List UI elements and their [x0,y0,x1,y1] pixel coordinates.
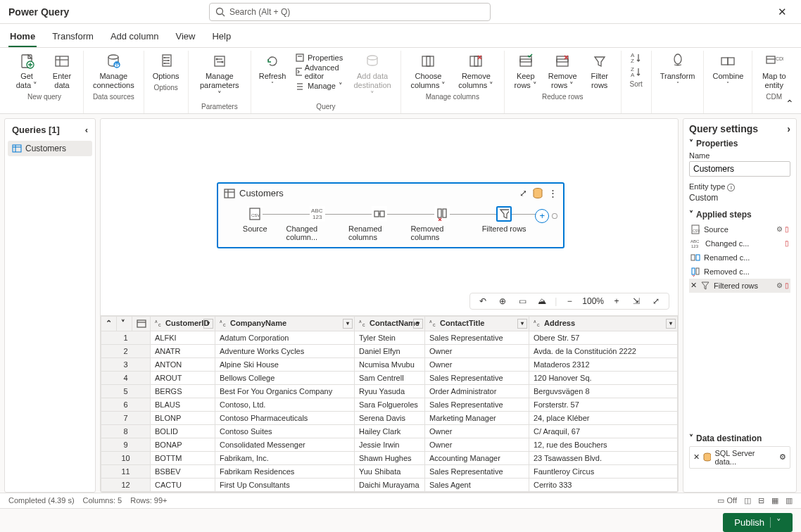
col-contacttitle[interactable]: ACContactTitle▾ [425,316,529,331]
query-name-input[interactable] [689,161,790,177]
undo-icon[interactable]: ↶ [476,296,490,306]
remove-destination-icon[interactable]: ✕ [693,452,700,462]
table-row[interactable]: 6BLAUSContoso, Ltd.Sara FolguerolesSales… [101,398,678,411]
table-row[interactable]: 1ALFKIAdatum CorporationTyler SteinSales… [101,331,678,344]
zoom-out-button[interactable]: − [562,296,576,306]
applied-step[interactable]: Removed c... [689,265,790,279]
table-row[interactable]: 8BOLIDContoso SuitesHailey ClarkOwnerC/ … [101,424,678,438]
sort-asc-button[interactable]: AZ [627,51,645,65]
map-icon[interactable]: ⛰ [535,296,549,306]
col-filter-icon[interactable]: ▾ [203,319,213,329]
toggle-off[interactable]: ▭ Off [717,496,737,505]
col-filter-icon[interactable]: ▾ [413,319,423,329]
expand-down-icon[interactable]: ˅ [117,316,132,331]
table-row[interactable]: 2ANATRAdventure Works CyclesDaniel Elfyn… [101,344,678,357]
filter-rows-button[interactable]: Filter rows [584,51,615,91]
manage-button[interactable]: Manage ˅ [292,79,346,93]
query-item-customers[interactable]: Customers [8,141,92,156]
applied-step[interactable]: Renamed c... [689,251,790,265]
table-row[interactable]: 10BOTTMFabrikam, Inc.Shawn HughesAccount… [101,451,678,464]
step-renamed-columns[interactable]: Renamed columns [348,206,410,241]
publish-button[interactable]: Publish ˅ [723,513,793,532]
ribbon-label-options: Options [153,84,177,91]
info-icon[interactable]: i [727,184,735,191]
diagram-card[interactable]: Customers ⤢ ⋮ CSV Source ABC123 [217,182,565,248]
manage-parameters-button[interactable]: Manage parameters ˅ [194,51,245,101]
gear-icon[interactable]: ⚙ [776,225,783,233]
col-filter-icon[interactable]: ▾ [517,319,527,329]
add-step-button[interactable]: + [535,209,549,223]
col-address[interactable]: ACAddress▾ [529,316,678,331]
tab-add-column[interactable]: Add column [109,28,160,47]
data-destination-row[interactable]: ✕ SQL Server data... ⚙ [689,446,790,469]
collapse-icon[interactable]: ⤢ [519,188,527,198]
ribbon-collapse-icon[interactable]: ⌃ [786,98,794,109]
data-destination-section[interactable]: ˅Data destination [689,433,790,443]
delete-step-icon[interactable]: ✕ [690,281,697,290]
close-button[interactable]: ✕ [770,6,795,18]
applied-steps-section[interactable]: ˅Applied steps [689,210,790,220]
col-contactname[interactable]: ACContactName▾ [355,316,425,331]
fit-icon[interactable]: ▭ [515,296,529,306]
view-table-icon[interactable]: ▥ [786,496,793,505]
gear-icon[interactable]: ⚙ [776,281,783,289]
table-row[interactable]: 12CACTUFirst Up ConsultantsDaichi Muraya… [101,478,678,491]
col-companyname[interactable]: ACCompanyName▾ [215,316,355,331]
expand-up-icon[interactable]: ⌃ [101,316,117,331]
col-customerid[interactable]: ACCustomerID▾ [151,316,215,331]
remove-columns-button[interactable]: Remove columns ˅ [454,51,498,91]
applied-step[interactable]: ✕ Filtered rows⚙▯ [689,279,790,293]
table-row[interactable]: 7BLONPContoso PharmaceuticalsSerena Davi… [101,411,678,424]
sort-desc-button[interactable]: ZA [627,65,645,79]
col-filter-icon[interactable]: ▾ [666,319,676,329]
step-removed-columns[interactable]: Removed columns [410,206,472,241]
step-changed-column[interactable]: ABC123 Changed column... [286,206,348,241]
table-row[interactable]: 11BSBEVFabrikam ResidencesYuu ShibataSal… [101,464,678,478]
table-row[interactable]: 5BERGSBest For You Organics CompanyRyuu … [101,384,678,398]
tab-view[interactable]: View [175,28,197,47]
compress-icon[interactable]: ⇲ [629,296,643,306]
step-source[interactable]: CSV Source [224,206,286,233]
col-filter-icon[interactable]: ▾ [343,319,353,329]
view-grid-icon[interactable]: ▦ [771,496,778,505]
chevron-down-icon[interactable]: ˅ [770,517,781,528]
remove-rows-button[interactable]: Remove rows ˅ [545,51,580,91]
table-row[interactable]: 3ANTONAlpine Ski HouseNcumisa MvubuOwner… [101,357,678,371]
destination-db-icon [533,188,543,199]
transform-button[interactable]: Transform ˅ [657,51,698,89]
view-diagram-icon[interactable]: ◫ [744,496,751,505]
search-input[interactable]: Search (Alt + Q) [209,3,491,21]
zoom-in-button[interactable]: + [610,296,624,306]
properties-section[interactable]: ˅Properties [689,139,790,148]
properties-button[interactable]: Properties [292,51,346,65]
svg-rect-61 [137,320,146,327]
table-menu-icon[interactable] [132,316,151,331]
expand-settings-icon[interactable]: › [787,123,790,134]
collapse-queries-icon[interactable]: ‹ [85,125,88,135]
diagram-area[interactable]: Customers ⤢ ⋮ CSV Source ABC123 [101,119,678,315]
combine-button[interactable]: Combine ˅ [709,51,746,89]
tab-transform[interactable]: Transform [51,28,95,47]
step-filtered-rows[interactable]: Filtered rows [473,206,535,233]
tab-home[interactable]: Home [8,28,37,47]
more-icon[interactable]: ⋮ [548,188,557,198]
gear-icon[interactable]: ⚙ [779,452,786,462]
options-button[interactable]: Options [150,51,182,82]
map-to-entity-button[interactable]: CDM Map to entity [758,51,790,91]
keep-rows-button[interactable]: Keep rows ˅ [510,51,541,91]
tab-help[interactable]: Help [210,28,232,47]
ribbon-label-reduce-rows: Reduce rows [542,93,583,101]
applied-step[interactable]: ABC123Changed c...▯ [689,236,790,251]
table-row[interactable]: 9BONAPConsolidated MessengerJessie Irwin… [101,438,678,451]
choose-columns-button[interactable]: Choose columns ˅ [407,51,450,91]
enter-data-button[interactable]: Enter data [46,51,77,91]
advanced-editor-button[interactable]: Advanced editor [292,65,346,79]
applied-step[interactable]: CSVSource⚙▯ [689,222,790,236]
table-row[interactable]: 4AROUTBellows CollegeSam CentrellSales R… [101,371,678,384]
manage-connections-button[interactable]: Manage connections [89,51,138,91]
refresh-button[interactable]: Refresh ˅ [257,51,288,101]
locate-icon[interactable]: ⊕ [496,296,510,306]
get-data-button[interactable]: Get data ˅ [11,51,42,91]
expand-icon[interactable]: ⤢ [649,296,663,306]
view-schema-icon[interactable]: ⊟ [758,496,764,505]
